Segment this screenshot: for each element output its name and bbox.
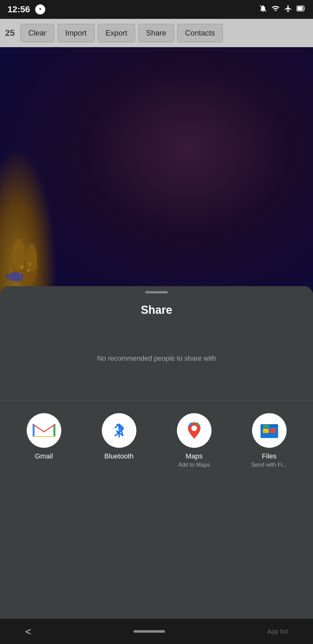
- svg-point-8: [27, 269, 30, 272]
- bluetooth-icon: [107, 418, 132, 443]
- svg-point-5: [13, 239, 25, 270]
- battery-icon: [297, 4, 305, 14]
- sheet-handle[interactable]: [145, 291, 168, 293]
- export-button[interactable]: Export: [98, 24, 135, 42]
- svg-rect-26: [270, 429, 276, 433]
- toolbar: 25 Clear Import Export Share Contacts: [0, 19, 313, 47]
- bluetooth-icon-circle: [102, 413, 136, 448]
- svg-rect-3: [298, 7, 303, 10]
- app-item-gmail[interactable]: Gmail: [9, 413, 78, 468]
- svg-rect-25: [263, 429, 269, 433]
- contacts-button[interactable]: Contacts: [177, 24, 223, 42]
- pocket-icon: [35, 4, 45, 14]
- svg-point-11: [8, 272, 24, 281]
- files-icon-circle: [252, 413, 287, 448]
- gmail-icon-circle: [27, 413, 61, 448]
- apps-row: Gmail Bluetooth: [0, 401, 313, 481]
- toolbar-count: 25: [5, 28, 15, 38]
- svg-point-7: [20, 266, 24, 269]
- share-sheet: Share No recommended people to share wit…: [0, 286, 313, 619]
- share-button[interactable]: Share: [138, 24, 174, 42]
- svg-point-6: [26, 244, 37, 272]
- maps-icon: [182, 418, 207, 443]
- bottom-nav: < App list: [0, 619, 313, 644]
- no-people-message: No recommended people to share with: [0, 354, 313, 363]
- status-bar: 12:56: [0, 0, 313, 19]
- bell-muted-icon: [259, 4, 267, 14]
- app-item-maps[interactable]: Maps Add to Maps: [160, 413, 228, 468]
- app-list-label: App list: [267, 628, 288, 635]
- svg-rect-27: [263, 425, 269, 427]
- home-pill[interactable]: [134, 630, 165, 633]
- bluetooth-label: Bluetooth: [104, 452, 134, 460]
- files-label: Files: [262, 452, 276, 460]
- svg-point-10: [29, 263, 31, 265]
- fish-decoration: [6, 204, 44, 286]
- maps-icon-circle: [177, 413, 211, 448]
- status-time: 12:56: [8, 4, 30, 14]
- app-item-files[interactable]: Files Send with Fi...: [235, 413, 304, 468]
- share-title: Share: [0, 303, 313, 317]
- files-sublabel: Send with Fi...: [251, 462, 287, 468]
- app-item-bluetooth[interactable]: Bluetooth: [85, 413, 153, 468]
- files-icon: [257, 418, 282, 443]
- wifi-icon: [272, 4, 280, 14]
- svg-point-21: [191, 425, 197, 431]
- back-button[interactable]: <: [25, 625, 31, 638]
- gmail-label: Gmail: [35, 452, 53, 460]
- maps-label: Maps: [186, 452, 203, 460]
- clear-button[interactable]: Clear: [20, 24, 54, 42]
- background-image: [0, 47, 313, 305]
- status-icons: [259, 4, 305, 14]
- svg-marker-12: [6, 272, 8, 281]
- maps-sublabel: Add to Maps: [178, 462, 210, 468]
- airplane-icon: [284, 4, 292, 14]
- gmail-icon: [31, 421, 57, 440]
- import-button[interactable]: Import: [58, 24, 95, 42]
